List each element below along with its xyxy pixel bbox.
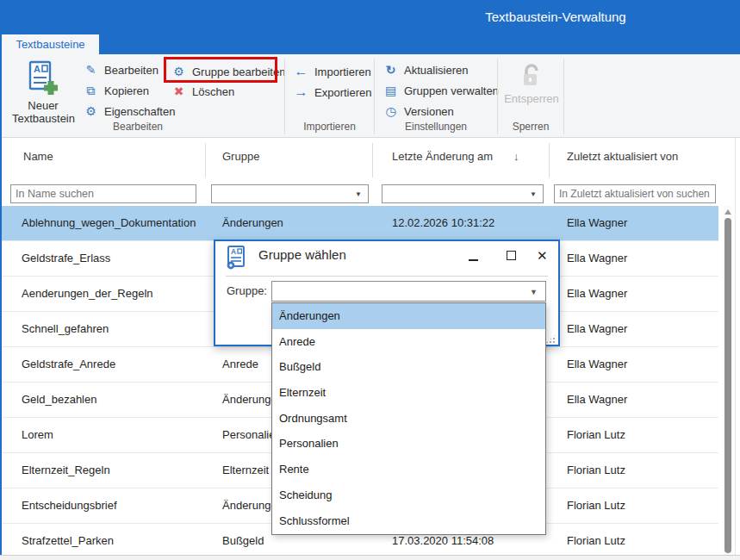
gruppe-filter-dropdown[interactable]: ▼ [211, 184, 369, 203]
dropdown-option[interactable]: Rente [272, 457, 545, 482]
close-icon[interactable]: ✕ [537, 248, 548, 264]
clock-icon: ◷ [383, 104, 398, 118]
name-filter-input[interactable] [10, 184, 196, 203]
group-label-importieren: Importieren [285, 121, 374, 134]
column-header-benutzer[interactable]: Zuletzt aktualisiert von [567, 150, 678, 165]
arrow-right-icon: → [294, 84, 308, 100]
kopieren-button[interactable]: ⧉ Kopieren [84, 83, 149, 98]
column-separator [205, 143, 206, 177]
ribbon-separator [563, 59, 564, 134]
edit-pencil-icon: ✎ [84, 63, 98, 77]
entsperren-button[interactable]: Entsperren [502, 64, 561, 105]
eigenschaften-label: Eigenschaften [104, 105, 175, 118]
cell-benutzer: Ella Wagner [567, 383, 627, 417]
cell-name: Ablehnung_wegen_Dokumentation [22, 206, 196, 240]
cell-gruppe: Bußgeld [222, 524, 264, 558]
dropdown-option[interactable]: Elternzeit [272, 380, 545, 406]
unlock-icon [519, 64, 544, 90]
cell-gruppe: Elternzeit [222, 453, 269, 488]
cell-datum: 12.02.2026 10:31:22 [392, 206, 494, 240]
scrollbar-thumb[interactable] [724, 218, 731, 553]
gruppe-combobox[interactable]: ▼ [271, 281, 546, 302]
tab-textbausteine[interactable]: Textbausteine [2, 34, 99, 54]
datum-filter-dropdown[interactable]: ▼ [382, 184, 544, 203]
gruppe-dropdown-list: Änderungen Anrede Bußgeld Elternzeit Ord… [271, 302, 546, 535]
svg-text:A: A [34, 64, 40, 74]
minimize-icon[interactable] [469, 259, 478, 261]
cell-benutzer: Florian Lutz [567, 524, 625, 558]
bearbeiten-button[interactable]: ✎ Bearbeiten [84, 62, 159, 78]
refresh-icon: ↻ [383, 63, 398, 77]
exportieren-label: Exportieren [314, 86, 371, 99]
column-header-gruppe[interactable]: Gruppe [222, 150, 259, 165]
column-separator [372, 143, 373, 177]
dialog-textbaustein-gear-icon: A [225, 246, 247, 270]
dropdown-option[interactable]: Scheidung [272, 482, 545, 508]
arrow-left-icon: ← [294, 64, 308, 79]
scrollbar-up-arrow-icon[interactable] [724, 209, 731, 215]
gruppen-verwalten-button[interactable]: ▤ Gruppen verwalten [383, 83, 499, 98]
window-right-edge [735, 138, 736, 555]
cell-name: Entscheidungsbrief [22, 488, 117, 523]
gruppen-verwalten-label: Gruppen verwalten [404, 84, 499, 97]
dropdown-option[interactable]: Anrede [272, 329, 545, 355]
column-header-datum[interactable]: Letzte Änderung am [392, 150, 493, 165]
column-header-name[interactable]: Name [23, 150, 53, 165]
dropdown-option[interactable]: Ordnungsamt [272, 406, 545, 432]
aktualisieren-label: Aktualisieren [404, 64, 468, 77]
gruppe-label: Gruppe: [227, 284, 267, 297]
dialog-title-separator [226, 276, 548, 277]
cell-gruppe: Anrede [222, 347, 258, 382]
versionen-button[interactable]: ◷ Versionen [383, 103, 454, 119]
sort-descending-icon[interactable]: ↓ [513, 150, 519, 165]
chevron-down-icon: ▼ [530, 190, 537, 198]
copy-icon: ⧉ [84, 84, 98, 98]
svg-text:A: A [231, 247, 236, 256]
maximize-icon[interactable] [507, 251, 516, 260]
aktualisieren-button[interactable]: ↻ Aktualisieren [383, 62, 468, 78]
importieren-label: Importieren [314, 65, 371, 78]
benutzer-filter-input[interactable] [554, 184, 716, 203]
kopieren-label: Kopieren [104, 84, 149, 97]
window-title: Textbaustein-Verwaltung [396, 0, 715, 34]
dropdown-option[interactable]: Bußgeld [272, 354, 545, 380]
window-left-edge [0, 0, 2, 560]
cell-benutzer: Ella Wagner [567, 206, 627, 240]
exportieren-button[interactable]: → Exportieren [294, 84, 371, 100]
cell-benutzer: Florian Lutz [567, 488, 625, 523]
cell-benutzer: Ella Wagner [567, 241, 627, 276]
loeschen-button[interactable]: ✖ Löschen [171, 84, 234, 99]
cell-name: Elternzeit_Regeln [22, 453, 110, 488]
chevron-down-icon: ▼ [355, 190, 362, 198]
gear-icon: ⚙ [84, 104, 98, 118]
highlight-rectangle [164, 57, 277, 83]
new-textbaustein-icon: A [26, 60, 60, 96]
new-textbaustein-label-line2: Textbaustein [12, 112, 74, 125]
cell-name: Geld_bezahlen [22, 383, 96, 417]
document-lines-icon: ▤ [383, 84, 398, 97]
importieren-button[interactable]: ← Importieren [294, 64, 371, 79]
eigenschaften-button[interactable]: ⚙ Eigenschaften [84, 103, 175, 119]
cell-gruppe: Änderungen [222, 206, 283, 240]
cell-benutzer: Ella Wagner [567, 312, 627, 346]
cell-benutzer: Ella Wagner [567, 277, 627, 311]
textbaustein-verwaltung-window: Textbaustein-Verwaltung Textbausteine A … [0, 0, 740, 560]
group-label-einstellungen: Einstellungen [375, 121, 497, 134]
cell-name: Lorem [22, 418, 53, 452]
new-textbaustein-button[interactable]: A Neuer Textbaustein [12, 60, 74, 125]
window-bottom-edge [0, 555, 740, 560]
delete-x-icon: ✖ [171, 84, 186, 98]
cell-name: Geldstrafe_Anrede [22, 347, 115, 382]
cell-name: Aenderungen_der_Regeln [22, 277, 153, 311]
cell-name: Schnell_gefahren [22, 312, 109, 346]
cell-benutzer: Ella Wagner [567, 347, 627, 382]
cell-benutzer: Florian Lutz [567, 418, 625, 452]
group-label-sperren: Sperren [498, 121, 563, 134]
dropdown-option[interactable]: Schlussformel [272, 508, 545, 534]
dropdown-option[interactable]: Personalien [272, 431, 545, 457]
table-row[interactable]: Ablehnung_wegen_Dokumentation Änderungen… [0, 206, 718, 241]
cell-name: Strafzettel_Parken [22, 524, 114, 558]
dropdown-option[interactable]: Änderungen [272, 303, 545, 329]
cell-benutzer: Florian Lutz [567, 453, 625, 488]
versionen-label: Versionen [404, 105, 454, 118]
